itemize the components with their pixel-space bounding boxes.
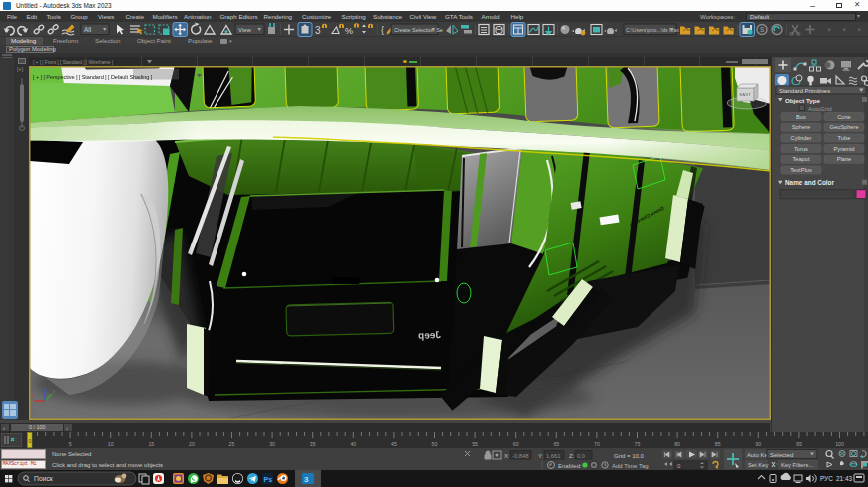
svg-text:Standard Primitives: Standard Primitives [779,88,830,94]
svg-text:Jeep: Jeep [418,329,441,341]
svg-text:AutoGrid: AutoGrid [808,106,832,112]
svg-text:0: 0 [28,438,31,444]
svg-text:Selected: Selected [770,452,793,458]
svg-text:[ + ] [ Perspective ] [ Standa: [ + ] [ Perspective ] [ Standard ] [ Def… [33,74,153,80]
svg-text:РУС: РУС [820,475,833,482]
svg-text:GeoSphere: GeoSphere [829,124,858,130]
svg-text:Box: Box [796,114,806,120]
svg-text:Pyramid: Pyramid [834,146,855,152]
svg-text:%: % [345,26,353,36]
svg-text:Create Selection Se: Create Selection Se [394,27,443,33]
svg-text:30: 30 [269,441,275,447]
svg-text:EAST: EAST [740,92,752,97]
svg-text:Object Type: Object Type [785,97,821,104]
svg-text:Set Key: Set Key [748,462,768,468]
svg-text:45: 45 [391,441,397,447]
svg-text:Ps: Ps [264,476,273,483]
svg-text:75: 75 [635,441,641,447]
svg-text:21:43: 21:43 [836,475,852,482]
svg-text:Plane: Plane [837,156,852,162]
svg-text:15: 15 [148,441,154,447]
svg-text:Name and Color: Name and Color [785,179,835,186]
svg-text:3: 3 [315,25,321,36]
svg-text:Cone: Cone [837,114,851,120]
svg-text:70: 70 [594,441,600,447]
svg-text:{: { [381,25,384,35]
svg-text:View: View [238,27,252,33]
svg-text:25: 25 [229,441,235,447]
svg-text:TextPlus: TextPlus [790,167,812,173]
svg-text:Tube: Tube [838,135,851,141]
svg-text:Y:: Y: [538,453,544,459]
svg-text:Add Time Tag: Add Time Tag [612,463,649,469]
svg-text:Grid = 10,0: Grid = 10,0 [614,453,645,459]
svg-text:Enabled:: Enabled: [558,463,582,469]
svg-text:60: 60 [513,441,519,447]
svg-text:65: 65 [553,441,559,447]
svg-text:80: 80 [674,441,680,447]
svg-text:Z:: Z: [569,453,575,459]
svg-text:90: 90 [755,441,761,447]
svg-text:S: S [760,26,765,33]
svg-text:Cylinder: Cylinder [791,135,812,141]
svg-text:1,661: 1,661 [546,453,561,459]
svg-text:Key Filters...: Key Filters... [781,462,814,468]
svg-text:Sphere: Sphere [792,124,810,130]
svg-text:5: 5 [69,441,72,447]
svg-text:Teapot: Teapot [792,156,809,162]
svg-text:All: All [84,26,92,33]
svg-text:95: 95 [796,441,802,447]
svg-text:0,0: 0,0 [577,453,585,459]
svg-text:-0,848: -0,848 [512,453,528,459]
svg-text:Поиск: Поиск [34,475,53,482]
svg-text:X:: X: [504,453,510,459]
svg-text:55: 55 [472,441,478,447]
svg-text:50: 50 [432,441,438,447]
svg-text:10: 10 [108,441,114,447]
svg-text:C:\Users\pino...\ds Max 202: C:\Users\pino...\ds Max 202 [626,27,689,33]
svg-text:85: 85 [715,441,721,447]
svg-text:20: 20 [189,441,195,447]
svg-text:35: 35 [310,441,316,447]
svg-text:100: 100 [835,441,844,447]
svg-text:Torus: Torus [794,146,808,152]
svg-text:40: 40 [350,441,356,447]
svg-text:3: 3 [304,475,309,484]
svg-text:,: , [776,460,777,465]
